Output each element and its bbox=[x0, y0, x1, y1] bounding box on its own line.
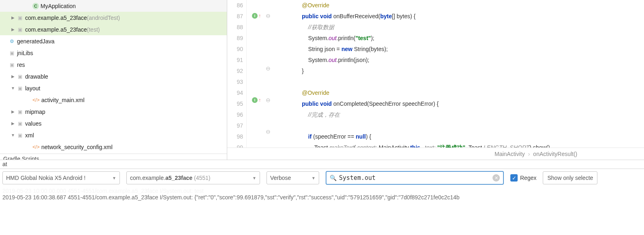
tree-item-label: com.example.a5_23face bbox=[25, 26, 87, 33]
folder-icon: ▣ bbox=[16, 132, 23, 139]
breadcrumb-class[interactable]: MainActivity bbox=[495, 151, 525, 157]
package-icon: ▣ bbox=[16, 26, 23, 33]
project-tree-panel: CMyApplication▶▣com.example.a5_23face (a… bbox=[0, 0, 227, 160]
filter-selector[interactable]: Show only selecte bbox=[543, 171, 597, 184]
code-line[interactable]: @Override bbox=[272, 88, 644, 98]
gen-icon: ⚙ bbox=[8, 38, 15, 45]
code-line[interactable]: public void onBufferReceived(byte[] byte… bbox=[272, 11, 644, 22]
gradle-scripts-node[interactable]: Gradle Scripts bbox=[0, 154, 227, 160]
chevron-right-icon[interactable]: ▶ bbox=[10, 109, 16, 114]
log-search-input[interactable] bbox=[339, 174, 490, 182]
chevron-down-icon: ▼ bbox=[252, 176, 256, 180]
editor-panel: 8687888990919293949596979899 I↑I↑ ⊖⊖⊖⊖ @… bbox=[227, 0, 644, 160]
tree-item-activity_main-xml[interactable]: </>activity_main.xml bbox=[0, 94, 227, 106]
tree-item-xml[interactable]: ▼▣xml bbox=[0, 129, 227, 141]
filter-label: Show only selecte bbox=[547, 175, 593, 181]
tree-item-label: xml bbox=[25, 132, 34, 139]
tree-item-label: mipmap bbox=[25, 109, 45, 115]
xml-icon: </> bbox=[32, 143, 40, 151]
gutter-marks: I↑I↑ bbox=[247, 0, 264, 147]
code-line[interactable]: if (speechError == null) { bbox=[272, 131, 644, 142]
device-label: HMD Global Nokia X5 Android ! bbox=[6, 175, 110, 181]
tree-item-label: res bbox=[17, 62, 25, 68]
regex-label: Regex bbox=[520, 175, 536, 181]
tree-item-network_security_config-xml[interactable]: </>network_security_config.xml bbox=[0, 141, 227, 153]
folder-icon: ▣ bbox=[16, 120, 23, 127]
tree-item-values[interactable]: ▶▣values bbox=[0, 118, 227, 129]
code-line[interactable]: System.out.println(json); bbox=[272, 55, 644, 66]
line-number-gutter: 8687888990919293949596979899 bbox=[227, 0, 247, 147]
chevron-down-icon: ▼ bbox=[311, 176, 316, 180]
tree-item-suffix: (test) bbox=[87, 26, 100, 33]
chevron-down-icon: ▼ bbox=[112, 176, 116, 180]
code-line[interactable]: System.out.println("test"); bbox=[272, 33, 644, 44]
code-editor[interactable]: @Override public void onBufferReceived(b… bbox=[272, 0, 644, 147]
code-line[interactable]: //完成，存在 bbox=[272, 109, 644, 120]
tree-item-label: network_security_config.xml bbox=[41, 144, 113, 150]
code-line[interactable]: Toast.makeText( context: MainActivity.th… bbox=[272, 142, 644, 147]
tree-item-suffix: (androidTest) bbox=[87, 15, 120, 21]
logcat-output[interactable]: 2019-05-23 10:00:00.000 4551-4551/com.ex… bbox=[0, 187, 644, 235]
tree-item-label: values bbox=[25, 120, 41, 127]
code-line[interactable]: String json = new String(bytes); bbox=[272, 44, 644, 55]
clear-search-icon[interactable]: ✕ bbox=[493, 174, 500, 182]
chevron-right-icon[interactable]: ▶ bbox=[10, 27, 16, 32]
tree-item-label: drawable bbox=[25, 73, 48, 80]
chevron-right-icon[interactable]: ▶ bbox=[10, 74, 16, 79]
fold-toggle-icon[interactable]: ⊖ bbox=[266, 126, 271, 137]
regex-toggle[interactable]: ✓ Regex bbox=[510, 174, 536, 182]
chevron-down-icon[interactable]: ▼ bbox=[10, 86, 16, 90]
log-search-box[interactable]: 🔍 ✕ bbox=[326, 171, 504, 185]
fold-toggle-icon[interactable]: ⊖ bbox=[266, 11, 271, 21]
code-line[interactable]: public void onCompleted(SpeechError spee… bbox=[272, 98, 644, 109]
tree-item-com-example-a5_23face[interactable]: ▶▣com.example.a5_23face (test) bbox=[0, 24, 227, 35]
folder-icon: ▣ bbox=[8, 61, 15, 68]
fold-gutter: ⊖⊖⊖⊖ bbox=[264, 0, 272, 147]
fold-toggle-icon[interactable]: ⊖ bbox=[266, 63, 271, 74]
tree-item-drawable[interactable]: ▶▣drawable bbox=[0, 70, 227, 82]
xml-icon: </> bbox=[32, 96, 40, 104]
tree-item-label: generatedJava bbox=[17, 38, 55, 45]
process-label: com.example.a5_23face (4551) bbox=[130, 175, 250, 181]
tree-item-generatedjava[interactable]: ⚙generatedJava bbox=[0, 35, 227, 47]
implements-gutter-icon[interactable]: I bbox=[252, 13, 258, 19]
process-selector[interactable]: com.example.a5_23face (4551) ▼ bbox=[126, 171, 260, 184]
code-line[interactable]: @Override bbox=[272, 0, 644, 11]
class-icon: C bbox=[32, 3, 39, 9]
log-level-selector[interactable]: Verbose ▼ bbox=[267, 171, 319, 184]
device-selector[interactable]: HMD Global Nokia X5 Android ! ▼ bbox=[2, 171, 120, 184]
folder-icon: ▣ bbox=[16, 85, 23, 92]
implements-gutter-icon[interactable]: I bbox=[252, 97, 258, 103]
code-line[interactable]: } bbox=[272, 66, 644, 77]
logcat-tab[interactable]: at bbox=[0, 160, 644, 169]
tree-item-mipmap[interactable]: ▶▣mipmap bbox=[0, 106, 227, 118]
fold-toggle-icon[interactable]: ⊖ bbox=[266, 95, 271, 105]
tree-item-label: activity_main.xml bbox=[41, 97, 85, 103]
log-line: 2019-05-23 10:00:00.000 4551-4551/com.ex… bbox=[2, 188, 642, 194]
folder-icon: ▣ bbox=[16, 73, 23, 80]
logcat-toolbar: HMD Global Nokia X5 Android ! ▼ com.exam… bbox=[0, 169, 644, 187]
tree-item-res[interactable]: ▣res bbox=[0, 59, 227, 70]
log-level-label: Verbose bbox=[270, 175, 309, 181]
tree-item-com-example-a5_23face[interactable]: ▶▣com.example.a5_23face (androidTest) bbox=[0, 12, 227, 24]
tree-item-label: jniLibs bbox=[17, 50, 33, 56]
chevron-down-icon[interactable]: ▼ bbox=[10, 133, 16, 137]
breadcrumb-method[interactable]: onActivityResult() bbox=[533, 151, 577, 157]
code-line[interactable] bbox=[272, 120, 644, 131]
checkbox-checked-icon: ✓ bbox=[510, 174, 518, 182]
tree-item-label: MyApplication bbox=[41, 3, 76, 9]
tree-item-label: layout bbox=[25, 85, 40, 92]
tree-item-myapplication[interactable]: CMyApplication bbox=[0, 0, 227, 12]
override-arrow-icon[interactable]: ↑ bbox=[258, 13, 261, 19]
chevron-right-icon[interactable]: ▶ bbox=[10, 121, 16, 126]
tree-item-layout[interactable]: ▼▣layout bbox=[0, 82, 227, 94]
code-line[interactable]: //获取数据 bbox=[272, 22, 644, 33]
tree-item-jnilibs[interactable]: ▣jniLibs bbox=[0, 47, 227, 59]
code-line[interactable] bbox=[272, 77, 644, 88]
tree-item-label: com.example.a5_23face bbox=[25, 15, 87, 21]
folder-icon: ▣ bbox=[8, 49, 15, 57]
override-arrow-icon[interactable]: ↑ bbox=[258, 97, 261, 103]
editor-breadcrumb[interactable]: MainActivity › onActivityResult() bbox=[227, 147, 644, 160]
folder-icon: ▣ bbox=[16, 108, 23, 115]
chevron-right-icon[interactable]: ▶ bbox=[10, 15, 16, 20]
